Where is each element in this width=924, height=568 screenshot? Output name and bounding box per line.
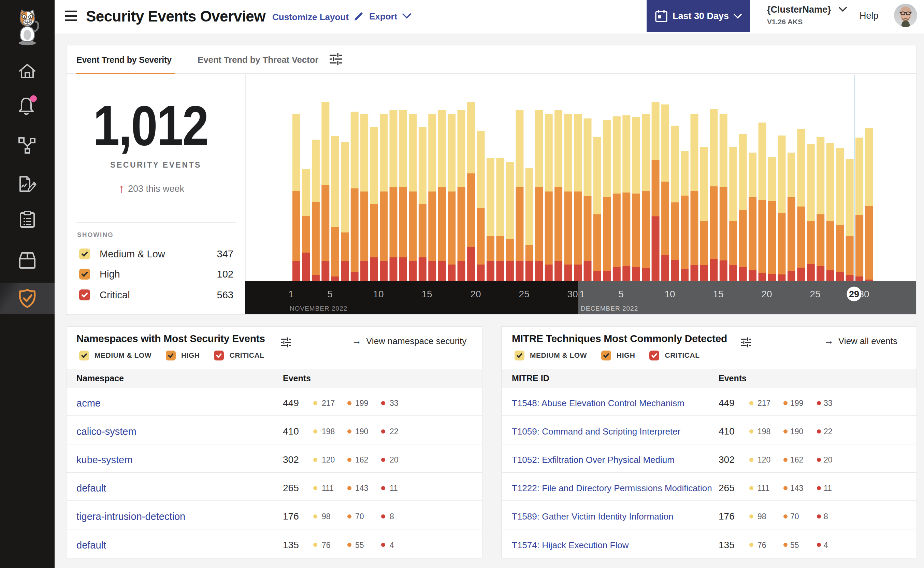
svg-text:5: 5	[327, 289, 333, 299]
svg-text:DECEMBER 2022: DECEMBER 2022	[581, 305, 638, 312]
svg-text:10: 10	[373, 289, 383, 299]
svg-text:15: 15	[713, 289, 724, 299]
svg-text:1: 1	[288, 289, 294, 299]
svg-text:10: 10	[664, 289, 675, 299]
svg-text:20: 20	[470, 289, 481, 299]
svg-text:NOVEMBER 2022: NOVEMBER 2022	[290, 305, 347, 312]
svg-text:5: 5	[618, 289, 624, 299]
svg-text:30: 30	[567, 289, 578, 299]
svg-text:15: 15	[421, 289, 432, 299]
svg-text:25: 25	[519, 289, 529, 299]
svg-text:1: 1	[579, 289, 585, 299]
svg-text:20: 20	[761, 289, 772, 299]
svg-text:29: 29	[849, 289, 859, 299]
svg-text:25: 25	[810, 289, 820, 299]
